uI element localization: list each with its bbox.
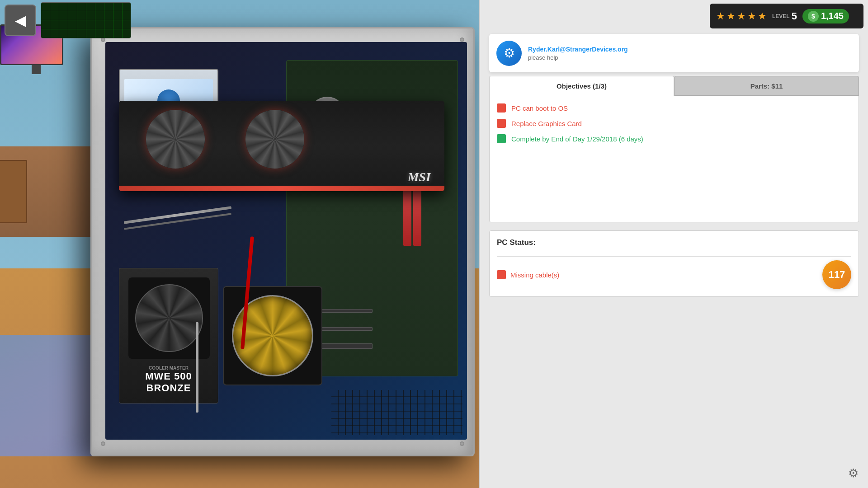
game-viewport: MSI COOLER MASTER MWE 500 BRONZE xyxy=(0,0,479,488)
pc-status-title: PC Status: xyxy=(497,238,851,247)
objective-text-2: Replace Graphics Card xyxy=(511,120,582,127)
star-1: ★ xyxy=(716,10,725,22)
pc-status-left: Missing cable(s) xyxy=(497,270,559,279)
gpu-fan-blade-right xyxy=(245,110,304,169)
psu-model: MWE 500 BRONZE xyxy=(124,371,213,394)
ram-stick-1 xyxy=(413,183,421,246)
pc-status-item-1: Missing cable(s) 117 xyxy=(497,260,851,289)
tab-bar: Objectives (1/3) Parts: $11 xyxy=(489,76,859,96)
stars-container: ★ ★ ★ ★ ★ xyxy=(716,10,767,22)
star-4: ★ xyxy=(747,10,756,22)
email-content: Ryder.Karl@StrangerDevices.org please he… xyxy=(528,45,852,61)
gpu-msi-logo: MSI xyxy=(408,170,431,184)
money-container: $ 1,145 xyxy=(802,9,849,23)
gpu-red-strip xyxy=(119,186,444,191)
star-5-half: ★ xyxy=(758,10,767,22)
email-avatar-icon: ⚙ xyxy=(504,46,515,61)
dollar-icon: $ xyxy=(808,11,819,22)
top-bar: ★ ★ ★ ★ ★ LEVEL 5 $ 1,145 xyxy=(710,4,863,28)
level-label: LEVEL xyxy=(772,13,790,19)
objectives-panel: PC can boot to OS Replace Graphics Card … xyxy=(489,96,859,222)
case-fan xyxy=(223,286,322,385)
psu-label: COOLER MASTER MWE 500 BRONZE xyxy=(124,366,213,394)
settings-button[interactable]: ⚙ xyxy=(845,465,861,481)
right-panel: ★ ★ ★ ★ ★ LEVEL 5 $ 1,145 ⚙ Ryder.Karl@S… xyxy=(479,0,868,488)
screw xyxy=(460,38,464,42)
gpu-fan-blade-left xyxy=(146,110,205,169)
pc-case[interactable]: MSI COOLER MASTER MWE 500 BRONZE xyxy=(90,27,475,456)
objective-item-3: Complete by End of Day 1/29/2018 (6 days… xyxy=(497,134,851,143)
status-indicator-cable xyxy=(497,270,506,279)
status-indicator-3 xyxy=(497,134,506,143)
email-panel[interactable]: ⚙ Ryder.Karl@StrangerDevices.org please … xyxy=(489,34,859,72)
level-number: 5 xyxy=(792,10,797,22)
email-avatar: ⚙ xyxy=(496,41,522,66)
objective-item-2: Replace Graphics Card xyxy=(497,119,851,128)
level-badge: LEVEL 5 xyxy=(772,10,797,22)
gpu-fan-right xyxy=(245,110,304,169)
back-button[interactable]: ◀ xyxy=(5,5,36,36)
psu-fan-circle xyxy=(135,284,203,352)
desk-drawer xyxy=(0,160,27,223)
mini-map-grid xyxy=(41,3,131,38)
gpu[interactable]: MSI xyxy=(119,101,444,191)
screw xyxy=(460,441,464,446)
vent-holes-2 xyxy=(331,390,462,435)
email-from: Ryder.Karl@StrangerDevices.org xyxy=(528,45,852,53)
psu-brand: COOLER MASTER xyxy=(124,366,213,371)
pc-interior: MSI COOLER MASTER MWE 500 BRONZE xyxy=(105,42,467,440)
objective-item-1: PC can boot to OS xyxy=(497,103,851,113)
screw xyxy=(101,441,105,446)
star-3: ★ xyxy=(737,10,746,22)
case-fan-body xyxy=(223,286,322,385)
gpu-fan-left xyxy=(146,110,205,169)
gear-icon: ⚙ xyxy=(848,466,859,480)
score-circle: 117 xyxy=(822,260,851,289)
tab-parts[interactable]: Parts: $11 xyxy=(674,76,859,96)
status-indicator-1 xyxy=(497,103,506,113)
psu-body: COOLER MASTER MWE 500 BRONZE xyxy=(119,268,218,404)
divider xyxy=(497,256,851,257)
psu: COOLER MASTER MWE 500 BRONZE xyxy=(119,268,218,404)
status-indicator-2 xyxy=(497,119,506,128)
star-2: ★ xyxy=(726,10,736,22)
ram-stick-2 xyxy=(403,183,411,246)
back-arrow-icon: ◀ xyxy=(15,12,26,29)
monitor-stand xyxy=(32,65,41,74)
pc-status-text-cable: Missing cable(s) xyxy=(510,271,559,279)
gpu-body: MSI xyxy=(119,101,444,191)
tab-objectives[interactable]: Objectives (1/3) xyxy=(489,76,674,96)
money-amount: 1,145 xyxy=(821,11,844,21)
pc-case-body: MSI COOLER MASTER MWE 500 BRONZE xyxy=(90,27,475,456)
email-subject: please help xyxy=(528,54,852,61)
pc-status-panel: PC Status: Missing cable(s) 117 xyxy=(489,230,859,297)
objective-text-1: PC can boot to OS xyxy=(511,104,568,112)
objective-text-3: Complete by End of Day 1/29/2018 (6 days… xyxy=(511,135,643,143)
mini-map xyxy=(41,2,131,38)
wire-vertical xyxy=(196,322,198,413)
